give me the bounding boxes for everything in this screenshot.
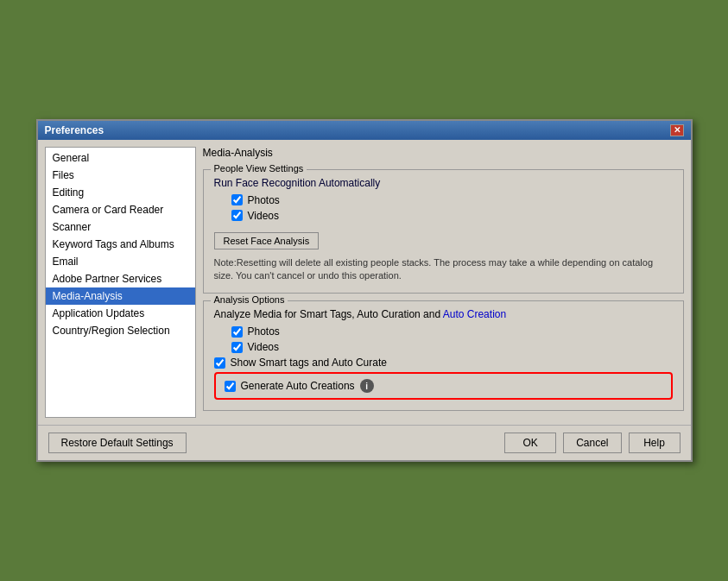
sidebar-item-general[interactable]: General	[46, 149, 195, 167]
title-bar: Preferences ✕	[38, 121, 691, 140]
show-smart-tags-checkbox[interactable]	[214, 357, 225, 369]
restore-defaults-button[interactable]: Restore Default Settings	[48, 433, 187, 453]
people-view-title: People View Settings	[211, 163, 307, 174]
auto-creation-link[interactable]: Auto Creation	[443, 308, 506, 320]
sidebar-item-files[interactable]: Files	[46, 167, 195, 184]
close-button[interactable]: ✕	[670, 124, 684, 136]
sidebar-item-adobe-partner-services[interactable]: Adobe Partner Services	[46, 270, 195, 287]
photos-checkbox[interactable]	[231, 194, 243, 205]
section-label: Media-Analysis	[203, 147, 684, 159]
content-area: Media-Analysis People View Settings Run …	[203, 147, 684, 419]
photos-label: Photos	[248, 194, 280, 206]
generate-auto-box: Generate Auto Creations i	[214, 372, 673, 400]
help-button[interactable]: Help	[629, 433, 681, 453]
analysis-videos-row: Videos	[231, 341, 673, 353]
analysis-photos-row: Photos	[231, 325, 673, 338]
analysis-photos-label: Photos	[248, 325, 280, 338]
generate-auto-checkbox[interactable]	[225, 381, 236, 392]
sidebar-item-country-region-selection[interactable]: Country/Region Selection	[46, 322, 195, 339]
analysis-photos-checkbox[interactable]	[231, 326, 243, 338]
sidebar-item-scanner[interactable]: Scanner	[46, 218, 195, 236]
smart-tags-label: Analyze Media for Smart Tags, Auto Curat…	[214, 308, 443, 320]
generate-auto-label: Generate Auto Creations	[241, 380, 355, 392]
sidebar-item-keyword-tags-and-albums[interactable]: Keyword Tags and Albums	[46, 236, 195, 253]
analysis-options-group: Analysis Options Analyze Media for Smart…	[203, 300, 684, 411]
reset-note: Note:Resetting will delete all existing …	[214, 256, 673, 283]
dialog-body: GeneralFilesEditingCamera or Card Reader…	[38, 140, 691, 426]
sidebar-item-application-updates[interactable]: Application Updates	[46, 305, 195, 322]
preferences-dialog: Preferences ✕ GeneralFilesEditingCamera …	[36, 119, 693, 463]
videos-label: Videos	[248, 210, 279, 222]
analysis-options-title: Analysis Options	[211, 294, 288, 305]
reset-face-analysis-button[interactable]: Reset Face Analysis	[214, 232, 320, 249]
sidebar-item-email[interactable]: Email	[46, 253, 195, 270]
dialog-footer: Restore Default Settings OK Cancel Help	[38, 425, 691, 460]
sidebar-item-editing[interactable]: Editing	[46, 184, 195, 201]
sidebar: GeneralFilesEditingCamera or Card Reader…	[45, 147, 196, 419]
info-icon[interactable]: i	[360, 379, 374, 393]
photos-row: Photos	[231, 194, 673, 206]
videos-checkbox[interactable]	[231, 210, 243, 221]
sidebar-item-media-analysis[interactable]: Media-Analysis	[46, 287, 195, 305]
smart-tags-row: Analyze Media for Smart Tags, Auto Curat…	[214, 308, 673, 320]
videos-row: Videos	[231, 210, 673, 222]
analysis-videos-label: Videos	[248, 341, 279, 353]
ok-button[interactable]: OK	[504, 433, 556, 453]
cancel-button[interactable]: Cancel	[563, 433, 621, 453]
face-recognition-label: Run Face Recognition Automatically	[214, 177, 673, 189]
analysis-videos-checkbox[interactable]	[231, 342, 243, 353]
show-smart-tags-row: Show Smart tags and Auto Curate	[214, 357, 673, 369]
show-smart-tags-label: Show Smart tags and Auto Curate	[231, 357, 387, 369]
sidebar-item-camera-or-card-reader[interactable]: Camera or Card Reader	[46, 201, 195, 218]
dialog-title: Preferences	[45, 124, 104, 136]
people-view-group: People View Settings Run Face Recognitio…	[203, 169, 684, 294]
